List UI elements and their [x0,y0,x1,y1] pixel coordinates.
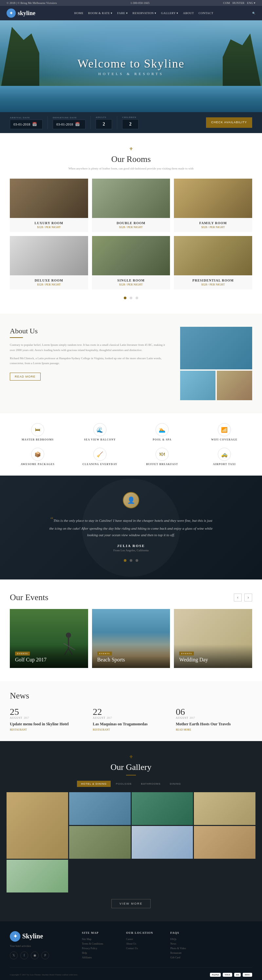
room-deluxe[interactable]: DELUXE ROOM $328 / PER NIGHT [10,236,88,290]
packages-icon: 📦 [31,448,44,461]
gallery-item-1[interactable] [6,792,68,859]
departure-input[interactable]: 03-01-2018 📅 [53,119,86,129]
dot-1[interactable] [124,297,126,299]
gallery-item-2[interactable] [69,792,131,825]
news-item-1[interactable]: 25 AUGUST 2017 Update menu food in Skyli… [10,707,86,731]
gallery-grid [6,792,256,892]
footer-col-location: Our Location Career About Us Contact Us [126,931,164,961]
gallery-icon: ⚜ [6,754,256,760]
gallery-item-5[interactable] [69,826,131,859]
footer-link-giftcard[interactable]: Gift Card [170,956,208,959]
footer-logo-text: Skyline [22,932,43,940]
room-presidential[interactable]: PRESIDENTIAL ROOM $328 / PER NIGHT [174,236,252,290]
children-input[interactable]: 2 [122,119,138,129]
nav-logo[interactable]: ✦ skyline [6,8,35,18]
about-content: About Us Contrary to popular belief, Lor… [10,327,170,380]
footer-link-help[interactable]: Help [82,951,119,955]
view-more-button[interactable]: VIEW MORE [111,899,151,908]
room-family-name: FAMILY ROOM [178,221,248,225]
nav-contact[interactable]: CONTACT [198,11,213,15]
room-single-price: $328 / PER NIGHT [96,283,167,286]
tab-dining[interactable]: DINING [166,781,185,787]
gallery-item-3[interactable] [132,792,193,825]
nav-reservation[interactable]: RESERVATION ▾ [132,11,156,15]
event-golf[interactable]: EVENTS Golf Cup 2017 [10,609,88,668]
footer-link-contact[interactable]: Contact Us [126,947,164,950]
social-facebook[interactable]: f [20,951,28,959]
top-bar-link-eng[interactable]: ENG ▾ [247,1,256,5]
room-double-name: DOUBLE ROOM [96,221,167,225]
footer-link-news[interactable]: News [170,942,208,945]
event-golf-name: Golf Cup 2017 [15,657,83,663]
payment-icons: PayPal VISA ●● DISC [210,973,252,977]
nav-about[interactable]: ABOUT [183,11,194,15]
nav-fare[interactable]: FARE ▾ [117,11,128,15]
about-text-1: Contrary to popular belief, Lorem Ipsum … [10,342,170,353]
dot-2[interactable] [130,297,132,299]
dot-3[interactable] [136,297,138,299]
gallery-item-4[interactable] [194,792,256,825]
tab-bathrooms[interactable]: BATHROOMS [137,781,165,787]
room-double[interactable]: DOUBLE ROOM $328 / PER NIGHT [92,179,170,232]
hero-content: Welcome to Skyline HOTELS & RESORTS [77,57,184,76]
top-bar-link-hunter[interactable]: HUNTER [232,1,245,5]
tab-poolside[interactable]: POOLSIDE [112,781,136,787]
read-more-button[interactable]: READ MORE [10,373,41,380]
footer-link-photo[interactable]: Photo & Video [170,947,208,950]
footer-link-faqs[interactable]: FAQs [170,938,208,941]
social-twitter[interactable]: 𝕏 [10,951,18,959]
gallery-item-8[interactable] [6,860,68,892]
nav-room[interactable]: ROOM & RATE ▾ [88,11,113,15]
events-next-button[interactable]: › [244,593,252,601]
testimonial-bg [82,479,180,577]
tab-hotel-dining[interactable]: HOTEL & DINING [77,781,110,787]
hero-water [0,86,262,112]
room-deluxe-image [10,236,88,275]
footer-link-sitemap[interactable]: Site Map [82,938,119,941]
footer-link-terms[interactable]: Terms & Conditions [82,942,119,945]
amenity-breakfast: 🍽 BUFFET BREAKFAST [134,448,190,466]
footer-col-sitemap: Site Map Site Map Terms & Conditions Pri… [82,931,119,961]
events-prev-button[interactable]: ‹ [234,593,242,601]
taxi-icon: 🚕 [218,448,231,461]
adults-input[interactable]: 2 [95,119,112,129]
payment-paypal: PayPal [210,973,221,977]
check-availability-button[interactable]: CHECK AVAILABILITY [206,117,252,128]
arrival-label: ARRIVAL DATE [10,116,43,119]
event-beach[interactable]: EVENTS Beach Sports [92,609,170,668]
top-bar-link-com[interactable]: COM [223,1,230,5]
payment-visa: VISA [223,973,232,977]
event-golf-category: EVENTS [15,652,30,655]
footer-link-affiliates[interactable]: Affiliates [82,956,119,959]
wifi-label: WIFI COVERAGE [211,438,237,441]
departure-value: 03-01-2018 [56,122,73,126]
about-image-resort [180,371,216,400]
nav-home[interactable]: HOME [75,11,84,15]
events-grid: EVENTS Golf Cup 2017 EVENTS Beach Sports… [10,609,252,668]
about-underline [10,337,23,338]
news-item-3[interactable]: 06 AUGUST 2017 Mother Earth Hosts Our Tr… [176,707,252,731]
event-wedding[interactable]: EVENTS Wedding Day [174,609,252,668]
social-pinterest[interactable]: P [41,951,49,959]
news-title-2: Las Maquinas on Tragamonedas [93,721,169,727]
social-instagram[interactable]: ◉ [31,951,39,959]
room-luxury[interactable]: LUXURY ROOM $328 / PER NIGHT [10,179,88,232]
rooms-section: ⚜ Our Rooms When anywhere is plenty of l… [0,133,262,313]
footer-link-privacy[interactable]: Privacy Policy [82,947,119,950]
news-item-2[interactable]: 22 AUGUST 2017 Las Maquinas on Tragamone… [93,707,169,731]
arrival-input[interactable]: 03-01-2018 📅 [10,119,43,129]
footer-link-career[interactable]: Career [126,938,164,941]
room-family[interactable]: FAMILY ROOM $328 / PER NIGHT [174,179,252,232]
gallery-item-6[interactable] [132,826,193,859]
news-title-1: Update menu food in Skyline Hotel [10,721,86,727]
top-bar: © 2018 | © Bring Me Melbourne Victoires … [0,0,262,6]
gallery-item-7[interactable] [194,826,256,859]
room-single[interactable]: SINGLE ROOM $328 / PER NIGHT [92,236,170,290]
svg-point-0 [66,633,71,638]
room-double-image [92,179,170,218]
footer-col-sitemap-title: Site Map [82,931,119,934]
payment-discover: DISC [243,973,252,977]
nav-gallery[interactable]: GALLERY ▾ [161,11,178,15]
footer-link-restaurant[interactable]: Restaurant [170,951,208,955]
footer-link-about[interactable]: About Us [126,942,164,945]
